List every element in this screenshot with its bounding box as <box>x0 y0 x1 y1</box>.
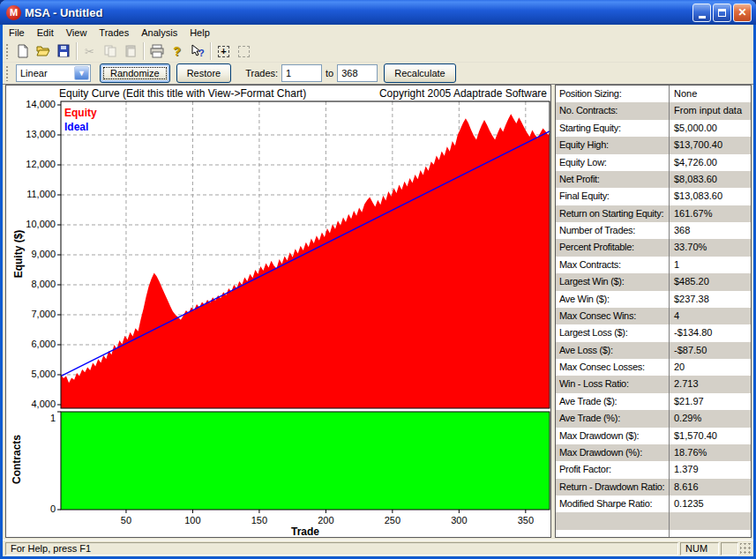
chart-svg <box>6 86 550 537</box>
stats-row: Net Profit:$8,083.60 <box>556 171 751 188</box>
stat-value: 2.713 <box>670 376 751 392</box>
stat-label: Final Equity: <box>556 188 670 205</box>
copy-button <box>100 41 120 61</box>
cut-button: ✂ <box>79 41 100 61</box>
stat-label: Ave Trade (%): <box>556 410 670 427</box>
trades-label: Trades: <box>245 68 278 78</box>
toolbar-grip[interactable] <box>5 43 9 59</box>
stats-row: Number of Trades:368 <box>556 222 751 239</box>
stat-value: 0.29% <box>670 410 751 427</box>
menu-item-analysis[interactable]: Analysis <box>135 25 183 41</box>
help-button[interactable]: ? <box>167 41 187 61</box>
y-tick-label: 13,000 <box>17 129 56 139</box>
scale-select-value: Linear <box>17 68 73 78</box>
chevron-down-icon[interactable]: ▼ <box>74 66 89 80</box>
stat-label: Return - Drawdown Ratio: <box>556 479 670 496</box>
stat-value: 33.70% <box>670 239 751 256</box>
stat-value: 1 <box>670 257 751 273</box>
stats-row: Win - Loss Ratio:2.713 <box>556 376 751 392</box>
stats-row: Position Sizing:None <box>556 86 751 102</box>
stats-row: Starting Equity:$5,000.00 <box>556 120 751 137</box>
stat-label: Modified Sharpe Ratio: <box>556 496 670 512</box>
open-file-icon <box>36 44 50 58</box>
save-file-button[interactable] <box>53 41 73 61</box>
y-tick-label: 10,000 <box>17 219 56 229</box>
stat-label: Max Drawdown (%): <box>556 444 670 461</box>
save-file-icon <box>56 44 71 58</box>
stat-value: None <box>670 86 751 102</box>
zoom-region-icon: + <box>218 46 229 57</box>
zoom-region-button[interactable]: + <box>213 41 234 61</box>
scale-select[interactable]: Linear ▼ <box>16 64 91 82</box>
num-lock-indicator: NUM <box>680 542 719 555</box>
x-tick-label: 250 <box>375 515 410 525</box>
window-title: MSA - Untitled <box>25 6 691 19</box>
maximize-icon <box>718 9 726 17</box>
toolbar-separator <box>143 42 144 60</box>
equity-chart-panel: Equity Curve (Edit this title with View-… <box>5 85 551 538</box>
stat-value: From input data <box>670 102 751 119</box>
statistics-panel: Position Sizing:NoneNo. Contracts:From i… <box>555 85 752 538</box>
stats-row: Max Consec Losses:20 <box>556 359 751 376</box>
new-document-button[interactable] <box>12 41 33 61</box>
chart-copyright: Copyright 2005 Adaptrade Software <box>379 87 547 100</box>
stats-row-empty <box>556 512 751 529</box>
stats-row: Max Drawdown ($):$1,570.40 <box>556 428 751 444</box>
toolbar-standard: ✂??+ <box>3 41 753 63</box>
randomize-button[interactable]: Randomize <box>100 63 170 83</box>
stat-value: $8,083.60 <box>670 171 751 188</box>
stats-row: Max Consec Wins:4 <box>556 308 751 324</box>
stats-row: Ave Loss ($):-$87.50 <box>556 342 751 359</box>
stat-value: $13,700.40 <box>670 137 751 153</box>
stats-row: Max Drawdown (%):18.76% <box>556 444 751 461</box>
chart-title: Equity Curve (Edit this title with View-… <box>59 87 306 100</box>
y-tick-label: 11,000 <box>17 189 56 199</box>
stat-label: Starting Equity: <box>556 120 670 137</box>
stats-row: Modified Sharpe Ratio:0.1235 <box>556 496 751 512</box>
copy-icon <box>103 44 117 58</box>
stat-value: 8.616 <box>670 479 751 496</box>
recalculate-button[interactable]: Recalculate <box>384 63 455 83</box>
stat-value: $237.38 <box>670 291 751 308</box>
stat-label: Max Consec Wins: <box>556 308 670 324</box>
app-window: M MSA - Untitled ✕ FileEditViewTradesAna… <box>0 0 756 559</box>
toolbar-grip-2[interactable] <box>5 65 9 81</box>
context-help-button[interactable]: ? <box>187 41 207 61</box>
new-document-icon <box>16 44 30 58</box>
minimize-button[interactable] <box>692 4 711 22</box>
stat-label: Position Sizing: <box>556 86 670 102</box>
menu-item-trades[interactable]: Trades <box>93 25 135 41</box>
close-icon: ✕ <box>737 7 746 18</box>
toolbar-separator <box>76 42 77 60</box>
y-tick-label: 8,000 <box>17 279 56 289</box>
trades-from-input[interactable] <box>281 64 322 82</box>
stats-row: Return on Starting Equity:161.67% <box>556 205 751 222</box>
stat-label: Number of Trades: <box>556 222 670 239</box>
stats-row: Ave Trade ($):$21.97 <box>556 393 751 410</box>
stats-row: Equity High:$13,700.40 <box>556 137 751 153</box>
context-help-icon: ? <box>191 44 205 58</box>
menu-item-view[interactable]: View <box>60 25 94 41</box>
stat-value: 1.379 <box>670 461 751 478</box>
resize-grip[interactable] <box>740 543 752 555</box>
close-button[interactable]: ✕ <box>733 4 752 22</box>
stat-value: -$134.80 <box>670 324 751 341</box>
stat-label: Percent Profitable: <box>556 239 670 256</box>
title-bar[interactable]: M MSA - Untitled ✕ <box>0 0 756 25</box>
menu-item-edit[interactable]: Edit <box>31 25 60 41</box>
menu-item-file[interactable]: File <box>3 25 31 41</box>
status-message: For Help, press F1 <box>5 542 678 555</box>
app-icon: M <box>6 5 21 20</box>
stat-label: Ave Loss ($): <box>556 342 670 359</box>
stats-row: Profit Factor:1.379 <box>556 461 751 478</box>
restore-button[interactable]: Restore <box>176 63 232 83</box>
menu-item-help[interactable]: Help <box>183 25 216 41</box>
y-tick-label: 7,000 <box>17 309 56 319</box>
maximize-button[interactable] <box>713 4 731 22</box>
stat-value: 161.67% <box>670 205 751 222</box>
trades-to-input[interactable] <box>337 64 378 82</box>
print-button[interactable] <box>146 41 167 61</box>
stats-row: Ave Trade (%):0.29% <box>556 410 751 427</box>
stat-value: 368 <box>670 222 751 239</box>
open-file-button[interactable] <box>33 41 53 61</box>
